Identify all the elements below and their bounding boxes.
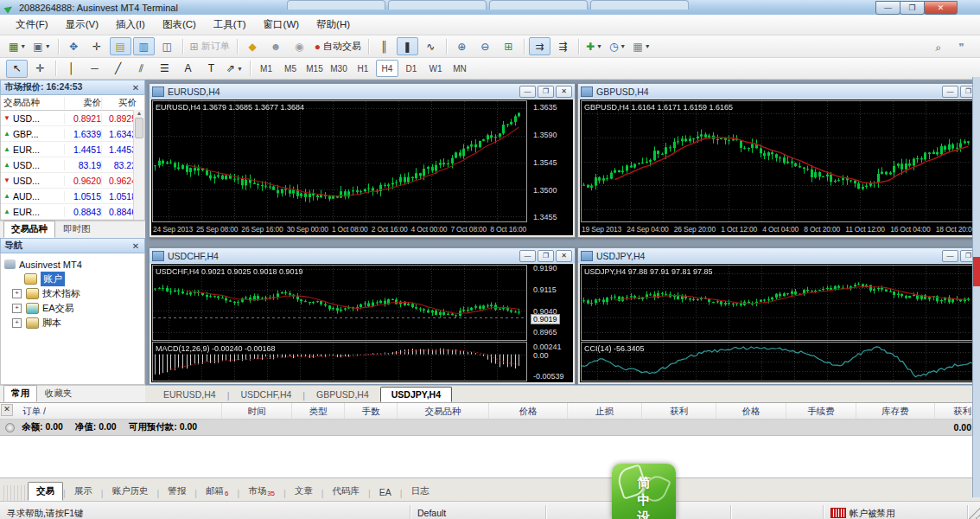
- market-watch-row[interactable]: ▲EUR...0.88430.8846: [1, 204, 144, 220]
- ime-skin-overlay[interactable]: 简中设: [612, 464, 676, 519]
- new-chart-button[interactable]: ▦▼: [6, 37, 29, 55]
- zoom-in-button[interactable]: ⊕: [451, 37, 473, 55]
- market-watch-header[interactable]: 市场报价: 16:24:53 ✕: [0, 80, 145, 95]
- title-bar[interactable]: 2088264888: Ausinvest MT4 Terminal — ❐ ✕: [0, 0, 980, 15]
- tile-windows-button[interactable]: ⊞: [498, 37, 519, 55]
- tab-mailbox[interactable]: 邮箱6: [197, 482, 237, 501]
- orders-column-4[interactable]: 交易品种: [398, 403, 489, 419]
- chevron-down-icon[interactable]: ▼: [237, 66, 243, 72]
- timeframe-h1[interactable]: H1: [352, 60, 374, 77]
- chevron-down-icon[interactable]: ▼: [596, 43, 602, 49]
- tab-account-history[interactable]: 账户历史: [103, 482, 156, 501]
- community-button[interactable]: ☻: [265, 37, 287, 55]
- nav-item-accounts[interactable]: 账户: [3, 272, 143, 286]
- time-axis[interactable]: 19 Sep 201324 Sep 04:0026 Sep 20:001 Oct…: [580, 223, 977, 235]
- expert-advisors-button[interactable]: ◆: [242, 37, 264, 55]
- close-icon[interactable]: ✕: [130, 241, 141, 251]
- crosshair-button[interactable]: ✛: [86, 37, 108, 55]
- panel-grip[interactable]: [3, 485, 26, 501]
- close-icon[interactable]: ✕: [556, 86, 572, 98]
- minimize-button[interactable]: —: [875, 1, 900, 15]
- nav-item-scripts[interactable]: +脚本: [3, 316, 143, 330]
- macd-indicator-panel[interactable]: MACD(12,26,9) -0.00240 -0.00168: [152, 342, 527, 381]
- chart-plot-usdjpy[interactable]: USDJPY,H4 97.88 97.91 97.81 97.85: [581, 265, 977, 341]
- close-button[interactable]: ✕: [924, 1, 958, 15]
- templates-button[interactable]: ▦▼: [630, 37, 652, 55]
- price-axis[interactable]: 0.91900.91150.90400.89650.90190.002410.0…: [528, 264, 573, 382]
- timeframe-m1[interactable]: M1: [255, 60, 277, 77]
- periods-button[interactable]: ◷▼: [607, 37, 628, 55]
- timeframe-m5[interactable]: M5: [279, 60, 302, 77]
- orders-column-6[interactable]: 止损: [568, 403, 642, 419]
- orders-column-3[interactable]: 手数: [345, 403, 398, 419]
- fibonacci-tool[interactable]: ☰: [154, 60, 175, 78]
- maximize-button[interactable]: ❐: [900, 1, 925, 15]
- text-tool[interactable]: A: [177, 60, 199, 78]
- chart-plot-eurusd[interactable]: EURUSD,H4 1.3679 1.3685 1.3677 1.3684: [152, 100, 527, 222]
- chart-tab-usdjpy[interactable]: USDJPY,H4: [380, 387, 452, 402]
- market-watch-row[interactable]: ▼USD...0.89210.8925: [1, 111, 144, 126]
- minimize-icon[interactable]: —: [519, 250, 536, 262]
- navigator-tab[interactable]: 常用: [3, 385, 37, 402]
- market-watch-row[interactable]: ▲USD...83.1983.22: [1, 157, 144, 173]
- timeframe-m15[interactable]: M15: [303, 60, 326, 77]
- chart-tab-usdchf[interactable]: USDCHF,H4: [229, 387, 302, 402]
- tab-trade[interactable]: 交易: [28, 482, 63, 501]
- indicators-button[interactable]: ✚▼: [583, 37, 605, 55]
- menu-tools[interactable]: 工具(T): [205, 16, 255, 34]
- tab-exposure[interactable]: 展示: [66, 482, 101, 501]
- tab-code-base[interactable]: 代码库: [324, 482, 369, 501]
- orders-column-8[interactable]: 价格: [716, 403, 786, 419]
- scroll-thumb[interactable]: [135, 118, 143, 138]
- horizontal-line-tool[interactable]: ─: [84, 60, 105, 78]
- menu-window[interactable]: 窗口(W): [255, 16, 309, 34]
- auto-trading-button[interactable]: ●自动交易: [312, 37, 364, 55]
- zoom-out-button[interactable]: ⊖: [474, 37, 496, 55]
- chevron-down-icon[interactable]: ▼: [45, 43, 51, 49]
- menu-help[interactable]: 帮助(H): [308, 16, 359, 34]
- candlestick-mode-button[interactable]: ❚: [397, 37, 418, 55]
- market-watch-toggle[interactable]: ▤: [110, 37, 131, 55]
- orders-column-10[interactable]: 库存费: [856, 403, 935, 419]
- chart-shift-button[interactable]: ⇶: [552, 37, 574, 55]
- menu-charts[interactable]: 图表(C): [154, 16, 205, 34]
- timeframe-h4[interactable]: H4: [376, 60, 398, 77]
- orders-column-7[interactable]: 获利: [642, 403, 716, 419]
- navigator-tab[interactable]: 收藏夹: [37, 385, 80, 402]
- scrollbar[interactable]: ▲: [133, 110, 144, 220]
- expand-icon[interactable]: +: [12, 318, 22, 328]
- close-icon[interactable]: ✕: [556, 250, 572, 262]
- channel-tool[interactable]: ⫽: [130, 60, 152, 78]
- market-watch-row[interactable]: ▼USD...0.96200.9624: [1, 173, 144, 189]
- auto-scroll-button[interactable]: ⇉: [529, 37, 550, 55]
- minimize-icon[interactable]: —: [942, 86, 958, 98]
- chat-icon[interactable]: ❞: [951, 38, 972, 56]
- market-watch-tab[interactable]: 交易品种: [3, 221, 55, 238]
- cursor-move-button[interactable]: ✥: [63, 37, 85, 55]
- nav-item-indicators[interactable]: +技术指标: [3, 286, 143, 301]
- minimize-icon[interactable]: —: [519, 86, 536, 98]
- chart-title-bar-usdchf[interactable]: USDCHF,H4 — ❐ ✕: [150, 248, 575, 263]
- nav-root[interactable]: Ausinvest MT4: [3, 257, 143, 272]
- orders-column-1[interactable]: 时间: [222, 403, 292, 419]
- expand-icon[interactable]: +: [12, 304, 22, 313]
- tab-articles[interactable]: 文章: [286, 482, 321, 501]
- chart-plot-gbpusd[interactable]: GBPUSD,H4 1.6164 1.6171 1.6159 1.6165: [581, 100, 977, 222]
- timeframe-mn[interactable]: MN: [449, 60, 471, 77]
- arrows-tool[interactable]: ⇗▼: [224, 60, 245, 78]
- chart-title-bar-usdjpy[interactable]: USDJPY,H4 — ❐: [578, 248, 979, 263]
- market-watch-row[interactable]: ▲GBP...1.63391.6342: [1, 126, 144, 142]
- resize-grip[interactable]: [968, 502, 980, 519]
- timeframe-w1[interactable]: W1: [424, 60, 447, 77]
- data-window-toggle[interactable]: ▥: [133, 37, 155, 55]
- market-watch-row[interactable]: ▲AUD...1.05151.0518: [1, 189, 144, 204]
- chevron-down-icon[interactable]: ▼: [20, 43, 26, 49]
- column-ask[interactable]: 买价: [101, 97, 138, 109]
- close-icon[interactable]: ✕: [1, 404, 13, 416]
- expand-icon[interactable]: +: [12, 289, 22, 298]
- orders-column-9[interactable]: 手续费: [786, 403, 856, 419]
- tab-journal[interactable]: 日志: [402, 482, 437, 501]
- menu-view[interactable]: 显示(V): [57, 16, 107, 34]
- restore-icon[interactable]: ❐: [538, 86, 554, 98]
- balance-row[interactable]: 余额: 0.00 净值: 0.00 可用预付款: 0.00 0.00: [0, 420, 980, 436]
